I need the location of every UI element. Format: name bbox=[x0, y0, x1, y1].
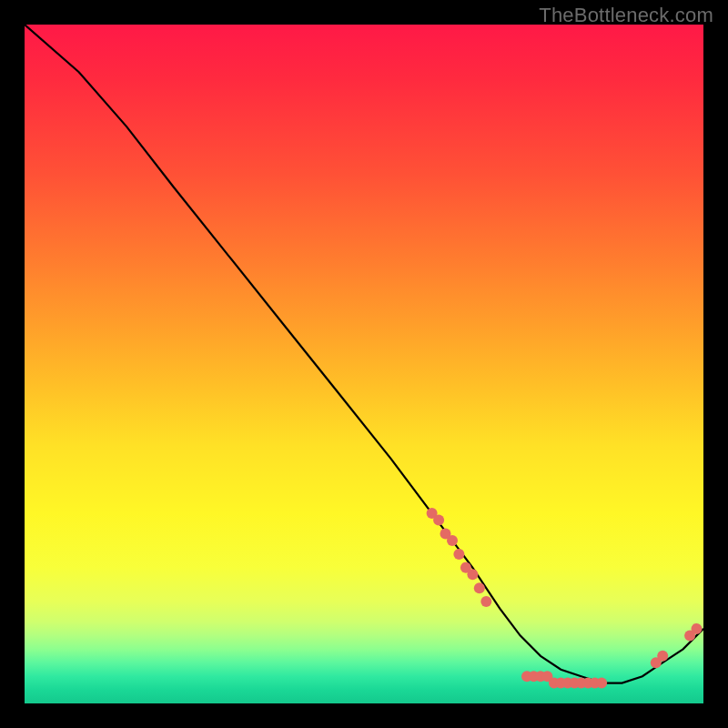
highlight-dot bbox=[474, 582, 485, 593]
highlight-dot bbox=[467, 569, 478, 580]
watermark-text: TheBottleneck.com bbox=[539, 4, 713, 27]
highlight-dot bbox=[596, 678, 607, 689]
highlight-dot bbox=[480, 596, 491, 607]
highlight-dot bbox=[453, 549, 464, 560]
highlight-dot bbox=[692, 623, 703, 634]
bottleneck-curve bbox=[25, 25, 703, 683]
chart-container: TheBottleneck.com bbox=[0, 0, 728, 728]
highlight-dots-group bbox=[427, 508, 703, 689]
highlight-dot bbox=[433, 515, 444, 526]
highlight-dot bbox=[657, 651, 668, 662]
chart-overlay bbox=[25, 25, 703, 703]
highlight-dot bbox=[447, 535, 458, 546]
